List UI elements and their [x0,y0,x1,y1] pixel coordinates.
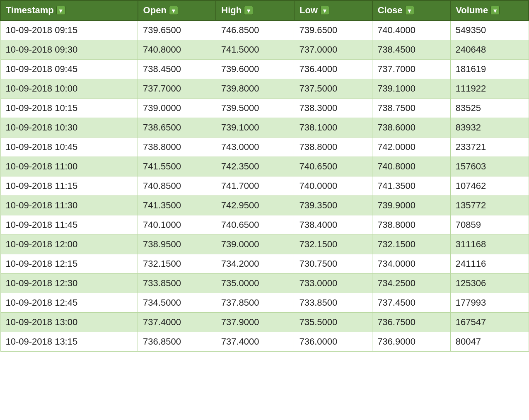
col-header-low[interactable]: Low ▼ [294,0,372,20]
cell-volume: 549350 [450,20,529,40]
table-row: 10-09-2018 13:15736.8500737.4000736.0000… [0,332,529,352]
cell-high: 743.0000 [216,138,294,157]
cell-high: 735.0000 [216,274,294,293]
table-body: 10-09-2018 09:15739.6500746.8500739.6500… [0,20,529,352]
cell-open: 738.4500 [138,60,216,79]
cell-open: 737.4000 [138,313,216,332]
cell-low: 737.0000 [294,40,372,60]
table-row: 10-09-2018 12:00738.9500739.0000732.1500… [0,235,529,254]
col-header-high[interactable]: High ▼ [216,0,294,20]
cell-open: 741.3500 [138,196,216,215]
cell-timestamp: 10-09-2018 10:00 [0,79,138,99]
ohlcv-table: Timestamp ▼ Open ▼ High ▼ [0,0,529,352]
cell-open: 737.7000 [138,79,216,99]
sort-arrow-high[interactable]: ▼ [244,6,253,15]
table-row: 10-09-2018 10:45738.8000743.0000738.8000… [0,138,529,157]
cell-high: 739.5000 [216,99,294,118]
cell-close: 738.4500 [372,40,451,60]
cell-timestamp: 10-09-2018 12:15 [0,254,138,274]
table-row: 10-09-2018 13:00737.4000737.9000735.5000… [0,313,529,332]
cell-open: 738.9500 [138,235,216,254]
cell-timestamp: 10-09-2018 09:45 [0,60,138,79]
cell-low: 735.5000 [294,313,372,332]
col-header-close[interactable]: Close ▼ [372,0,451,20]
cell-timestamp: 10-09-2018 11:30 [0,196,138,215]
sort-arrow-volume[interactable]: ▼ [490,6,500,15]
cell-high: 737.4000 [216,332,294,352]
table-row: 10-09-2018 10:00737.7000739.8000737.5000… [0,79,529,99]
cell-low: 738.3000 [294,99,372,118]
cell-open: 739.6500 [138,20,216,40]
cell-close: 736.7500 [372,313,451,332]
col-header-timestamp[interactable]: Timestamp ▼ [0,0,138,20]
cell-timestamp: 10-09-2018 10:15 [0,99,138,118]
cell-volume: 177993 [450,293,529,313]
cell-open: 740.8500 [138,176,216,196]
cell-close: 741.3500 [372,176,451,196]
cell-volume: 111922 [450,79,529,99]
cell-low: 738.8000 [294,138,372,157]
col-header-volume[interactable]: Volume ▼ [450,0,529,20]
col-label-timestamp: Timestamp [6,5,54,16]
table-row: 10-09-2018 09:15739.6500746.8500739.6500… [0,20,529,40]
cell-close: 737.7000 [372,60,451,79]
cell-high: 746.8500 [216,20,294,40]
cell-low: 738.4000 [294,215,372,235]
cell-timestamp: 10-09-2018 13:15 [0,332,138,352]
table-row: 10-09-2018 12:45734.5000737.8500733.8500… [0,293,529,313]
cell-open: 738.6500 [138,118,216,138]
cell-close: 740.8000 [372,157,451,176]
cell-low: 737.5000 [294,79,372,99]
cell-low: 740.0000 [294,176,372,196]
col-header-open[interactable]: Open ▼ [138,0,216,20]
cell-close: 736.9000 [372,332,451,352]
cell-low: 736.4000 [294,60,372,79]
cell-timestamp: 10-09-2018 09:15 [0,20,138,40]
cell-low: 733.0000 [294,274,372,293]
cell-open: 734.5000 [138,293,216,313]
col-label-high: High [221,5,242,16]
cell-high: 734.2000 [216,254,294,274]
cell-close: 734.2500 [372,274,451,293]
cell-open: 740.1000 [138,215,216,235]
cell-volume: 233721 [450,138,529,157]
cell-high: 737.9000 [216,313,294,332]
cell-timestamp: 10-09-2018 12:45 [0,293,138,313]
table-row: 10-09-2018 11:00741.5500742.3500740.6500… [0,157,529,176]
sort-arrow-low[interactable]: ▼ [320,6,329,15]
col-label-volume: Volume [456,5,488,16]
cell-low: 733.8500 [294,293,372,313]
cell-timestamp: 10-09-2018 10:30 [0,118,138,138]
table-row: 10-09-2018 09:30740.8000741.5000737.0000… [0,40,529,60]
cell-low: 739.6500 [294,20,372,40]
cell-volume: 157603 [450,157,529,176]
sort-arrow-open[interactable]: ▼ [169,6,178,15]
cell-volume: 135772 [450,196,529,215]
cell-timestamp: 10-09-2018 13:00 [0,313,138,332]
cell-high: 739.6000 [216,60,294,79]
cell-open: 733.8500 [138,274,216,293]
cell-high: 742.3500 [216,157,294,176]
cell-open: 732.1500 [138,254,216,274]
cell-high: 739.0000 [216,235,294,254]
cell-high: 740.6500 [216,215,294,235]
cell-timestamp: 10-09-2018 10:45 [0,138,138,157]
cell-high: 739.1000 [216,118,294,138]
cell-low: 730.7500 [294,254,372,274]
sort-arrow-timestamp[interactable]: ▼ [56,6,65,15]
cell-volume: 70859 [450,215,529,235]
cell-close: 738.7500 [372,99,451,118]
cell-volume: 107462 [450,176,529,196]
cell-close: 732.1500 [372,235,451,254]
cell-low: 738.1000 [294,118,372,138]
table-header-row: Timestamp ▼ Open ▼ High ▼ [0,0,529,20]
cell-volume: 181619 [450,60,529,79]
cell-volume: 83932 [450,118,529,138]
cell-open: 738.8000 [138,138,216,157]
cell-volume: 125306 [450,274,529,293]
cell-timestamp: 10-09-2018 12:30 [0,274,138,293]
cell-high: 739.8000 [216,79,294,99]
sort-arrow-close[interactable]: ▼ [405,6,414,15]
cell-low: 732.1500 [294,235,372,254]
cell-high: 741.5000 [216,40,294,60]
